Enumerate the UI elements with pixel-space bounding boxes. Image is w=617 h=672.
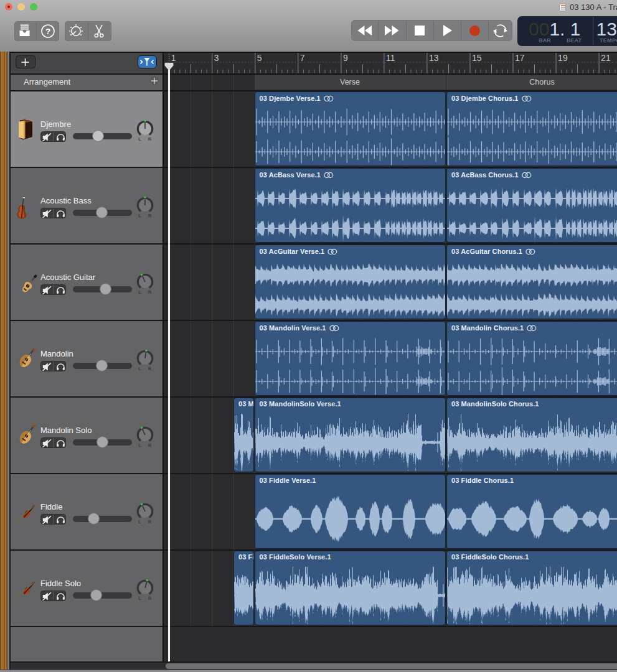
- svg-text:?: ?: [45, 27, 50, 36]
